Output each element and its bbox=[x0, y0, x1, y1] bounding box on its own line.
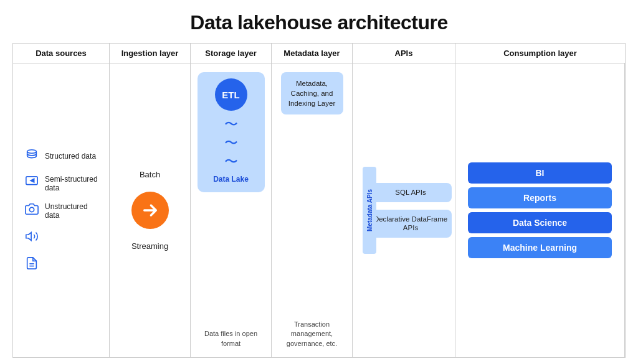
page: Data lakehouse architecture Data sources… bbox=[0, 0, 638, 364]
col-header-ingestion: Ingestion layer bbox=[110, 44, 191, 63]
col-header-apis: APIs bbox=[353, 44, 455, 63]
batch-label: Batch bbox=[140, 170, 160, 179]
api-boxes: SQL APIs Declarative DataFrame APIs bbox=[369, 183, 452, 238]
metadata-sub: Transaction management, governance, etc. bbox=[277, 320, 347, 348]
wave-icon-1: 〜 bbox=[224, 117, 238, 132]
consumption-list: BI Reports Data Science Machine Learning bbox=[460, 70, 619, 351]
storage-sub: Data files in open format bbox=[194, 329, 267, 348]
data-lake-label: Data Lake bbox=[213, 175, 249, 184]
svg-point-0 bbox=[27, 149, 37, 153]
dataframe-apis-box: Declarative DataFrame APIs bbox=[369, 210, 452, 238]
page-title: Data lakehouse architecture bbox=[12, 11, 626, 34]
database-icon bbox=[24, 148, 40, 165]
streaming-label: Streaming bbox=[131, 241, 168, 251]
monitor-icon bbox=[24, 175, 40, 192]
metadata-apis-label: Metadata APIs bbox=[366, 189, 373, 231]
camera-icon bbox=[24, 202, 40, 219]
semi-structured-label: Semi-structured data bbox=[45, 175, 98, 192]
col-apis: Metadata APIs SQL APIs Declarative DataF… bbox=[353, 63, 455, 357]
etl-label: ETL bbox=[222, 90, 239, 100]
svg-marker-2 bbox=[31, 179, 34, 182]
storage-box: ETL 〜 〜 〜 Data Lake bbox=[198, 72, 265, 192]
col-consumption: BI Reports Data Science Machine Learning bbox=[455, 63, 625, 357]
col-ingestion: Batch Streaming bbox=[110, 63, 191, 357]
source-unstructured: Unstructured data bbox=[24, 202, 98, 220]
wave-icon-2: 〜 bbox=[224, 136, 238, 151]
consumption-bi: BI bbox=[468, 162, 612, 184]
architecture-diagram: Data sources Ingestion layer Storage lay… bbox=[12, 43, 626, 358]
ingestion-content: Batch Streaming bbox=[131, 170, 169, 251]
svg-marker-4 bbox=[26, 232, 31, 240]
source-document bbox=[24, 256, 98, 273]
document-icon bbox=[24, 256, 40, 273]
consumption-reports: Reports bbox=[468, 187, 612, 208]
col-storage: ETL 〜 〜 〜 Data Lake Data files in open f… bbox=[191, 63, 272, 357]
diagram-body: Structured data Semi-structured data bbox=[13, 63, 625, 357]
sources-list: Structured data Semi-structured data bbox=[18, 148, 104, 273]
col-data-sources: Structured data Semi-structured data bbox=[13, 63, 110, 357]
col-header-storage: Storage layer bbox=[191, 44, 272, 63]
consumption-ml: Machine Learning bbox=[468, 237, 612, 258]
column-headers: Data sources Ingestion layer Storage lay… bbox=[13, 44, 625, 63]
audio-icon bbox=[24, 230, 40, 246]
col-header-consumption: Consumption layer bbox=[455, 44, 625, 63]
structured-label: Structured data bbox=[45, 152, 96, 161]
apis-inner: Metadata APIs SQL APIs Declarative DataF… bbox=[356, 70, 451, 351]
sql-apis-box: SQL APIs bbox=[369, 183, 452, 202]
source-audio bbox=[24, 230, 98, 246]
etl-circle: ETL bbox=[215, 78, 247, 111]
source-semi-structured: Semi-structured data bbox=[24, 175, 98, 192]
metadata-box: Metadata, Caching, and Indexing Layer bbox=[281, 72, 343, 114]
metadata-apis-bar: Metadata APIs bbox=[363, 167, 376, 254]
col-metadata: Metadata, Caching, and Indexing Layer Tr… bbox=[272, 63, 353, 357]
col-header-metadata: Metadata layer bbox=[272, 44, 353, 63]
consumption-data-science: Data Science bbox=[468, 212, 612, 233]
ingestion-arrow bbox=[131, 192, 169, 229]
col-header-sources: Data sources bbox=[13, 44, 110, 63]
source-structured: Structured data bbox=[24, 148, 98, 165]
wave-icon-3: 〜 bbox=[224, 154, 238, 169]
svg-point-3 bbox=[29, 207, 34, 212]
unstructured-label: Unstructured data bbox=[45, 202, 98, 220]
